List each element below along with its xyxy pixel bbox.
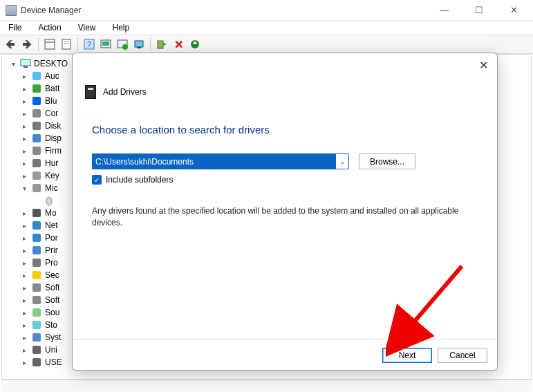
- tree-root-label: DESKTO: [34, 59, 68, 68]
- expand-icon[interactable]: ▸: [20, 122, 28, 130]
- device-category-icon: [31, 282, 42, 293]
- expand-icon[interactable]: ▸: [20, 247, 28, 254]
- collapse-icon[interactable]: ▾: [9, 60, 17, 68]
- minimize-button[interactable]: —: [435, 5, 454, 15]
- enable-device-button[interactable]: [154, 37, 169, 52]
- include-subfolders-checkbox[interactable]: ✓ Include subfolders: [92, 175, 478, 185]
- svg-rect-27: [32, 171, 41, 180]
- update-driver-button[interactable]: [131, 37, 147, 52]
- dialog-title: Choose a location to search for drivers: [92, 124, 478, 136]
- device-category-icon: [31, 71, 42, 82]
- mouse-icon: [44, 195, 55, 206]
- tree-item-label: Prir: [45, 245, 58, 255]
- add-legacy-button[interactable]: [115, 37, 130, 52]
- refresh-button[interactable]: [187, 37, 203, 52]
- svg-rect-13: [158, 41, 163, 48]
- svg-rect-26: [32, 159, 41, 167]
- expand-icon[interactable]: ▸: [20, 334, 28, 342]
- menubar: File Action View Help: [0, 21, 533, 35]
- svg-rect-18: [24, 66, 28, 68]
- expand-icon[interactable]: ▸: [20, 110, 28, 118]
- svg-rect-21: [32, 97, 41, 105]
- device-category-icon: [31, 108, 42, 119]
- device-category-icon: [31, 319, 42, 330]
- toolbar-separator: [150, 37, 151, 51]
- expand-icon[interactable]: ▸: [20, 73, 28, 80]
- svg-rect-30: [32, 209, 41, 217]
- location-value[interactable]: C:\Users\sukhi\Documents: [93, 154, 336, 169]
- svg-rect-39: [32, 321, 41, 329]
- device-category-icon: [31, 220, 42, 231]
- tree-item-label: Soft: [45, 283, 59, 292]
- svg-rect-37: [32, 296, 41, 304]
- tree-item-label: Blu: [45, 96, 57, 106]
- device-category-icon: [31, 183, 42, 194]
- expand-icon[interactable]: ▸: [20, 259, 28, 267]
- help-button[interactable]: ?: [82, 37, 97, 52]
- svg-rect-25: [32, 147, 41, 155]
- show-hide-tree-button[interactable]: [42, 37, 57, 52]
- computer-icon: [20, 58, 31, 69]
- expand-icon[interactable]: ▸: [20, 135, 28, 142]
- device-category-icon: [31, 257, 42, 268]
- tree-item-label: Auc: [45, 71, 59, 81]
- tree-item-label: Disk: [45, 121, 61, 131]
- expand-icon[interactable]: ▸: [20, 297, 28, 304]
- menu-view[interactable]: View: [75, 21, 99, 34]
- expand-icon[interactable]: ▸: [20, 209, 28, 217]
- expand-icon[interactable]: ▸: [20, 222, 28, 230]
- tree-item-label: USE: [45, 357, 62, 367]
- tree-item-label: Batt: [45, 84, 59, 93]
- expand-icon[interactable]: ▸: [20, 147, 28, 155]
- browse-button[interactable]: Browse...: [359, 153, 415, 169]
- tree-item-label: Soft: [45, 295, 59, 305]
- chevron-down-icon[interactable]: ⌄: [336, 158, 348, 165]
- expand-icon[interactable]: ▸: [20, 309, 28, 317]
- expand-icon[interactable]: ▸: [20, 359, 28, 366]
- scan-hardware-button[interactable]: [98, 37, 113, 52]
- uninstall-button[interactable]: ✕: [171, 37, 186, 52]
- titlebar: Device Manager — ☐ ✕: [0, 0, 533, 21]
- tree-item-label: Cor: [45, 109, 58, 118]
- svg-rect-38: [32, 308, 41, 317]
- svg-rect-8: [102, 41, 109, 46]
- expand-icon[interactable]: ▸: [20, 321, 28, 329]
- dialog-info-text: Any drivers found at the specified locat…: [92, 205, 478, 229]
- statusbar: [1, 380, 532, 392]
- svg-text:?: ?: [87, 40, 91, 48]
- dialog-close-button[interactable]: ✕: [476, 59, 490, 72]
- drivers-icon: [85, 85, 96, 99]
- next-button[interactable]: Next: [382, 348, 432, 363]
- expand-icon[interactable]: ▸: [20, 346, 28, 354]
- forward-button[interactable]: 🡺: [19, 37, 35, 52]
- expand-icon[interactable]: ▸: [20, 172, 28, 180]
- back-button[interactable]: 🡸: [3, 37, 18, 52]
- svg-rect-17: [21, 59, 30, 66]
- dialog-footer: Next Cancel: [73, 339, 497, 370]
- expand-icon[interactable]: ▸: [20, 85, 28, 93]
- cancel-button[interactable]: Cancel: [438, 348, 487, 363]
- collapse-icon[interactable]: ▾: [20, 185, 28, 192]
- menu-file[interactable]: File: [6, 21, 24, 34]
- checkbox-checked-icon[interactable]: ✓: [92, 175, 102, 185]
- close-button[interactable]: ✕: [504, 5, 523, 15]
- maximize-button[interactable]: ☐: [469, 5, 489, 15]
- menu-help[interactable]: Help: [110, 21, 133, 34]
- expand-icon[interactable]: ▸: [20, 160, 28, 167]
- expand-icon[interactable]: ▸: [20, 272, 28, 279]
- expand-icon[interactable]: ▸: [20, 284, 28, 292]
- device-category-icon: [31, 332, 42, 343]
- tree-item-label: Uni: [45, 345, 57, 355]
- properties-button[interactable]: [59, 37, 74, 52]
- tree-item-label: Mo: [45, 208, 57, 218]
- expand-icon[interactable]: ▸: [20, 97, 28, 105]
- menu-action[interactable]: Action: [35, 21, 64, 34]
- expand-icon[interactable]: ▸: [20, 234, 28, 242]
- svg-rect-20: [32, 84, 41, 93]
- location-combobox[interactable]: C:\Users\sukhi\Documents ⌄: [92, 153, 349, 169]
- tree-item-label: Pro: [45, 258, 58, 268]
- svg-rect-40: [32, 333, 41, 342]
- svg-point-29: [46, 197, 52, 205]
- svg-rect-2: [62, 39, 71, 49]
- svg-rect-23: [32, 122, 41, 130]
